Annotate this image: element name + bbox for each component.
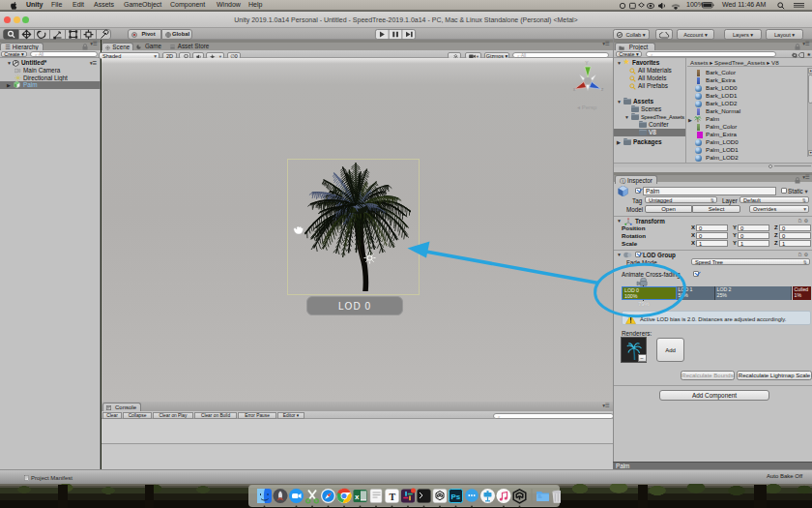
svg-text:z: z — [601, 87, 604, 92]
svg-text:Ps: Ps — [451, 493, 461, 501]
svg-text:Y: Y — [585, 60, 589, 66]
svg-text:T: T — [390, 492, 396, 502]
svg-text:x: x — [355, 493, 360, 501]
